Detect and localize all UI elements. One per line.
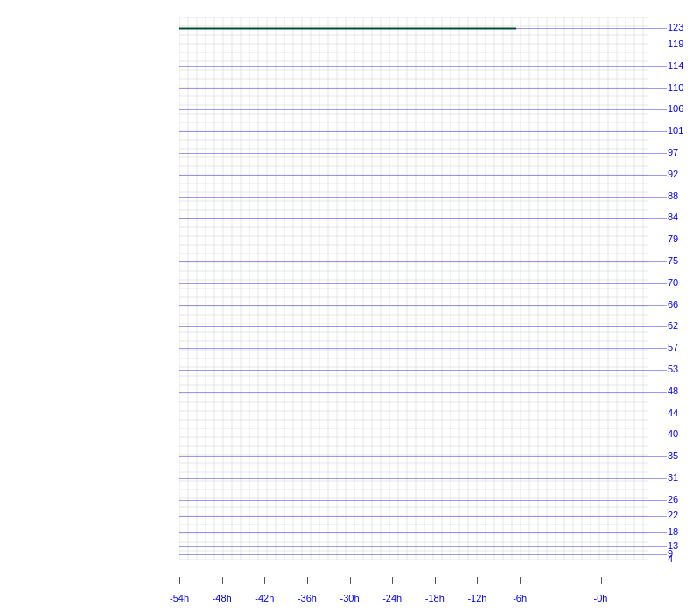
y-tick-label: 57 [668, 342, 698, 352]
x-tick-mark [601, 577, 602, 584]
x-tick-label: -18h [425, 593, 444, 603]
x-tick-mark [435, 577, 436, 584]
x-tick-label: -12h [467, 593, 486, 603]
y-tick-label: 53 [668, 364, 698, 374]
y-tick-label: 84 [668, 212, 698, 222]
y-tick-line [179, 546, 667, 547]
y-tick-label: 75 [668, 255, 698, 266]
x-tick-mark [307, 577, 308, 584]
y-tick-label: 101 [668, 125, 698, 136]
x-tick-label: -36h [298, 593, 317, 603]
y-tick-label: 92 [668, 169, 698, 179]
y-tick-line [179, 414, 667, 414]
y-tick-label: 35 [668, 450, 698, 461]
x-tick-mark [222, 577, 223, 584]
x-tick-mark [520, 577, 521, 584]
x-tick-mark [179, 577, 180, 584]
y-tick-line [179, 554, 667, 555]
y-tick-line [179, 261, 667, 262]
y-tick-line [179, 131, 667, 132]
x-tick-mark [350, 577, 351, 584]
y-tick-line [179, 175, 667, 176]
y-tick-line [179, 456, 667, 457]
x-tick-label: -30h [340, 593, 360, 603]
y-tick-label: 31 [668, 472, 698, 483]
y-tick-line [179, 197, 667, 198]
y-tick-line [179, 45, 667, 45]
y-tick-line [179, 560, 667, 560]
y-tick-label: 106 [668, 103, 698, 114]
y-tick-label: 88 [668, 191, 698, 201]
y-tick-label: 4 [668, 553, 698, 564]
y-tick-label: 119 [668, 38, 698, 49]
x-tick-label: -6h [513, 593, 527, 603]
y-tick-label: 70 [668, 277, 698, 288]
y-tick-line [179, 66, 667, 67]
y-tick-line [179, 516, 667, 517]
y-tick-label: 97 [668, 147, 698, 157]
x-tick-label: -24h [382, 593, 402, 603]
x-tick-mark [392, 577, 393, 584]
y-tick-label: 110 [668, 82, 698, 93]
y-tick-line [179, 305, 667, 306]
x-tick-label: -42h [255, 593, 274, 603]
y-tick-label: 44 [668, 407, 698, 418]
y-tick-label: 79 [668, 233, 698, 244]
x-tick-label: -48h [213, 593, 232, 603]
y-tick-line [179, 28, 667, 29]
y-tick-line [179, 348, 667, 349]
y-tick-line [179, 109, 667, 110]
y-tick-line [179, 392, 667, 393]
y-tick-label: 22 [668, 510, 698, 520]
x-tick-mark [477, 577, 478, 584]
y-tick-line [179, 283, 667, 284]
y-tick-line [179, 326, 667, 327]
y-tick-label: 18 [668, 526, 698, 537]
y-tick-label: 66 [668, 299, 698, 309]
y-tick-label: 48 [668, 386, 698, 396]
y-tick-label: 26 [668, 494, 698, 504]
y-tick-line [179, 88, 667, 89]
y-tick-label: 40 [668, 428, 698, 439]
y-tick-line [179, 435, 667, 435]
y-tick-line [179, 500, 667, 501]
x-tick-label: -0h [594, 593, 608, 603]
y-tick-line [179, 218, 667, 219]
y-tick-line [179, 370, 667, 371]
x-tick-label: -54h [170, 593, 189, 603]
y-tick-line [179, 240, 667, 240]
y-tick-line [179, 478, 667, 479]
y-tick-line [179, 153, 667, 154]
x-tick-mark [264, 577, 265, 584]
y-tick-label: 62 [668, 320, 698, 330]
y-tick-label: 123 [668, 22, 698, 32]
y-tick-label: 114 [668, 60, 698, 71]
y-tick-line [179, 532, 667, 533]
